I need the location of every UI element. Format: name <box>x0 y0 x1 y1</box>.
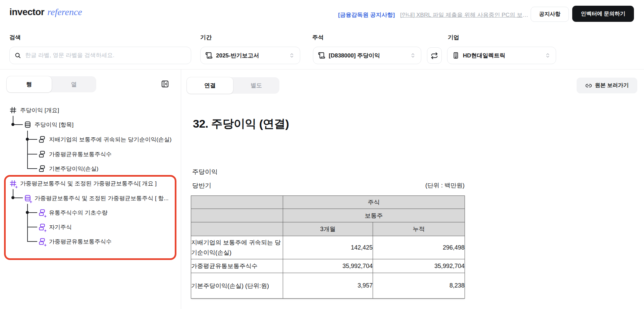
section-label: 주당이익 <box>192 168 218 176</box>
search-icon <box>14 52 21 59</box>
tree-node-dot <box>26 211 29 214</box>
tree-item-label: 가중평균유통보통주식수 <box>49 238 112 246</box>
table-column-header: 누적 <box>373 222 465 236</box>
tree-connector <box>29 212 37 213</box>
table-column-header: 3개월 <box>283 222 373 236</box>
tree-item[interactable]: 기본주당이익(손실) <box>38 165 98 172</box>
items-icon <box>24 121 31 128</box>
table-corner-cell <box>191 196 283 209</box>
search-input[interactable] <box>24 52 186 59</box>
footnote-label: 주석 <box>312 34 324 41</box>
building-icon <box>452 52 460 59</box>
logo-wordmark: invector <box>9 7 44 17</box>
app-logo: invector reference <box>9 7 82 17</box>
tree-item-label: 주당이익 [항목] <box>35 121 73 129</box>
footnote-value: [D838000] 주당이익 <box>329 52 380 59</box>
panel-divider <box>181 70 181 309</box>
eps-table: 주식 보통주 3개월 누적 지배기업의 보통주에 귀속되는 당기순이익(손실) … <box>191 195 465 299</box>
period-select[interactable]: 2025-반기보고서 <box>200 47 300 64</box>
tree-item[interactable]: 지배기업의 보통주에 귀속되는 당기순이익(손실) <box>38 136 172 143</box>
row-value: 3,957 <box>283 273 373 299</box>
row-icon <box>38 136 46 143</box>
row-sparkle-icon <box>38 238 46 245</box>
row-value: 35,992,704 <box>373 259 465 273</box>
header-divider <box>0 69 644 70</box>
row-value: 8,238 <box>373 273 465 299</box>
tree-node-dot <box>11 123 14 126</box>
table-row: 가중평균유통보통주식수 35,992,704 35,992,704 <box>191 259 465 273</box>
tab-consolidated-label: 연결 <box>204 82 216 89</box>
table-row: 지배기업의 보통주에 귀속되는 당기순이익(손실) 142,425 296,49… <box>191 236 465 259</box>
chevrons-up-down-icon <box>410 52 416 59</box>
axis-tabs: 행 열 <box>7 76 96 92</box>
tree-item[interactable]: 가중평균유통보통주식수 <box>38 150 112 158</box>
table-corner-cell <box>191 209 283 222</box>
tab-rows[interactable]: 행 <box>7 76 52 92</box>
tree-item[interactable]: 가중평균유통보통주식수 <box>38 238 112 245</box>
tab-columns-label: 열 <box>71 81 77 88</box>
search-field[interactable] <box>9 47 191 64</box>
notice-button[interactable]: 공지사항 <box>531 7 569 22</box>
tree-connector <box>28 227 37 227</box>
tree-item-label: 가중평균보통주식 및 조정된 가중평균보통주식 [ 항... <box>35 194 169 202</box>
table-row: 기본주당이익(손실) (단위:원) 3,957 8,238 <box>191 273 465 299</box>
table-subgroup-header: 보통주 <box>283 209 465 222</box>
items-sparkle-icon <box>24 194 31 202</box>
tree-connector <box>28 168 37 169</box>
tree-item-label: 주당이익 [개요] <box>20 106 59 114</box>
row-icon <box>38 150 46 158</box>
row-sparkle-icon <box>38 209 46 216</box>
tree-item[interactable]: 자기주식 <box>38 223 72 231</box>
tree-connector <box>27 204 28 242</box>
row-sparkle-icon <box>38 223 46 231</box>
app-window: invector reference [금융감독원 공지사항] [안내] XBR… <box>0 0 644 309</box>
scroll-icon <box>318 52 325 59</box>
scroll-icon <box>205 52 213 59</box>
tree-item[interactable]: 유통주식수의 기초수량 <box>38 209 108 216</box>
tab-separate[interactable]: 별도 <box>233 77 279 94</box>
tab-separate-label: 별도 <box>251 82 262 89</box>
footnote-select[interactable]: [D838000] 주당이익 <box>313 47 421 64</box>
fss-notice-link[interactable]: [금융감독원 공지사항] <box>338 11 395 19</box>
grid-icon <box>9 106 17 114</box>
row-value: 35,992,704 <box>283 259 373 273</box>
xbrl-guide-link[interactable]: [안내] XBRL 파일 제출을 위해 사용중인 PC의 보안환경... <box>400 11 528 19</box>
tree-item[interactable]: 가중평균보통주식 및 조정된 가중평균보통주식[ 개요 ] <box>9 180 157 187</box>
tree-node-dot <box>26 138 29 141</box>
tree-item-label: 가중평균보통주식 및 조정된 가중평균보통주식[ 개요 ] <box>20 180 157 187</box>
tree-item-label: 지배기업의 보통주에 귀속되는 당기순이익(손실) <box>49 136 172 143</box>
contact-button[interactable]: 인벡터에 문의하기 <box>572 6 634 22</box>
tree-item-label: 가중평균유통보통주식수 <box>49 150 112 158</box>
chevrons-up-down-icon <box>288 52 295 59</box>
tree-node-dot <box>11 196 14 199</box>
row-label: 가중평균유통보통주식수 <box>191 259 283 273</box>
highlight-box <box>4 175 176 260</box>
unit-label: (단위 : 백만원) <box>191 181 465 189</box>
tab-consolidated[interactable]: 연결 <box>187 77 233 94</box>
row-label: 지배기업의 보통주에 귀속되는 당기순이익(손실) <box>191 236 283 259</box>
row-icon <box>38 165 46 172</box>
search-label: 검색 <box>9 34 21 41</box>
tree-item[interactable]: 가중평균보통주식 및 조정된 가중평균보통주식 [ 항... <box>24 194 169 202</box>
row-label: 기본주당이익(손실) (단위:원) <box>191 273 283 299</box>
notice-button-label: 공지사항 <box>539 11 560 18</box>
tree-connector <box>27 131 28 169</box>
tree-connector <box>14 197 23 198</box>
tab-rows-label: 행 <box>26 81 32 88</box>
link-icon <box>585 82 592 89</box>
period-label: 기간 <box>200 34 212 41</box>
header-links: [금융감독원 공지사항] [안내] XBRL 파일 제출을 위해 사용중인 PC… <box>338 11 528 19</box>
logo-reference: reference <box>47 7 82 17</box>
company-select[interactable]: HD현대일렉트릭 <box>447 47 556 64</box>
tree-connector <box>29 139 37 140</box>
swap-button[interactable] <box>427 47 442 64</box>
grid-sparkle-icon <box>9 180 17 187</box>
view-source-button[interactable]: 원본 보러가기 <box>577 78 637 93</box>
tree-item[interactable]: 주당이익 [개요] <box>9 106 59 114</box>
tab-columns[interactable]: 열 <box>52 76 97 92</box>
swap-icon <box>431 52 438 59</box>
tree-item-label: 자기주식 <box>49 223 72 231</box>
collapse-panel-button[interactable] <box>160 79 170 89</box>
tree-item[interactable]: 주당이익 [항목] <box>24 121 73 128</box>
page-title: 32. 주당이익 (연결) <box>193 116 289 132</box>
